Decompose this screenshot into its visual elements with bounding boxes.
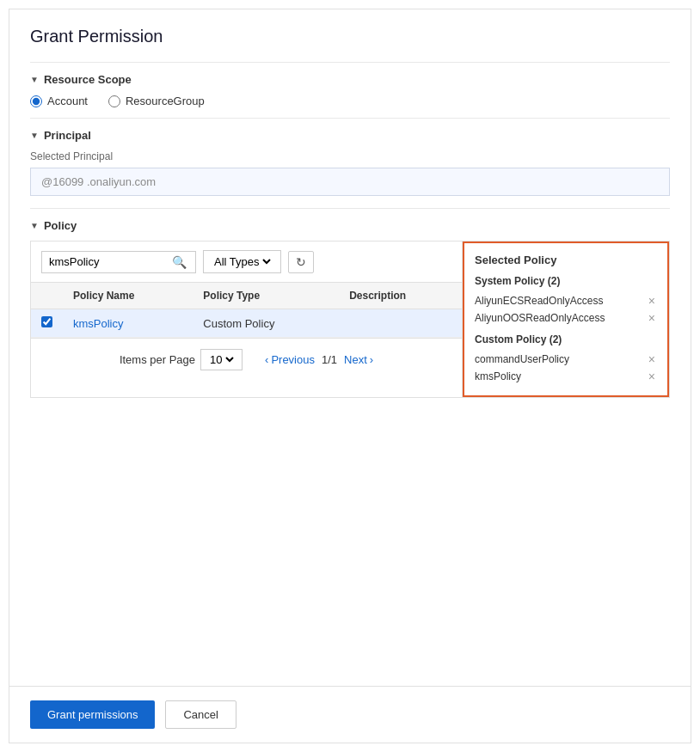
footer-bar: Grant permissions Cancel <box>9 686 691 743</box>
policy-list-panel: 🔍 All Types System Custom ↻ <box>31 241 463 397</box>
pagination-bar: Items per Page 10 20 50 ‹ Previou <box>31 338 462 381</box>
policy-arrow: ▼ <box>30 221 39 230</box>
policy-search-wrapper[interactable]: 🔍 <box>41 251 196 273</box>
items-per-page-label: Items per Page <box>120 353 195 366</box>
custom-policy-name-kms: kmsPolicy <box>475 370 521 382</box>
pagination-previous-button[interactable]: ‹ Previous <box>265 353 315 366</box>
selected-policy-title: Selected Policy <box>475 254 657 266</box>
principal-section: ▼ Principal Selected Principal @16099 .o… <box>30 129 670 196</box>
remove-oos-policy-button[interactable]: × <box>647 312 657 324</box>
selected-policy-item-oos: AliyunOOSReadOnlyAccess × <box>475 309 657 327</box>
radio-resource-group[interactable]: ResourceGroup <box>108 95 205 107</box>
system-policy-name-ecs: AliyunECSReadOnlyAccess <box>475 295 603 307</box>
system-policy-name-oos: AliyunOOSReadOnlyAccess <box>475 312 605 324</box>
selected-policy-panel: Selected Policy System Policy (2) Aliyun… <box>463 241 669 397</box>
per-page-select-wrapper[interactable]: 10 20 50 <box>200 349 243 370</box>
principal-label: Principal <box>44 129 91 142</box>
previous-label: Previous <box>271 353 315 366</box>
system-policy-category: System Policy (2) <box>475 275 657 287</box>
remove-kms-policy-button[interactable]: × <box>647 370 657 382</box>
radio-account-input[interactable] <box>30 95 42 107</box>
policy-layout: 🔍 All Types System Custom ↻ <box>30 241 670 398</box>
policy-type-select[interactable]: All Types System Custom <box>211 254 273 269</box>
pagination-info: 1/1 <box>322 353 337 366</box>
resource-scope-header[interactable]: ▼ Resource Scope <box>30 73 670 86</box>
next-chevron-icon: › <box>370 353 373 366</box>
resource-scope-radio-group: Account ResourceGroup <box>30 95 670 107</box>
custom-policy-category: Custom Policy (2) <box>475 333 657 345</box>
row-checkbox-cell[interactable] <box>31 309 63 338</box>
selected-policy-item-command: commandUserPolicy × <box>475 351 657 368</box>
policy-name-link[interactable]: kmsPolicy <box>73 317 124 330</box>
grant-permission-page: Grant Permission ▼ Resource Scope Accoun… <box>9 9 691 743</box>
selected-policy-item-ecs: AliyunECSReadOnlyAccess × <box>475 292 657 309</box>
next-label: Next <box>344 353 367 366</box>
principal-value: @16099 .onaliyun.com <box>41 175 156 188</box>
radio-account-label: Account <box>47 95 88 107</box>
row-description <box>339 309 462 338</box>
spacer <box>30 398 670 467</box>
pagination-next-button[interactable]: Next › <box>344 353 373 366</box>
resource-scope-arrow: ▼ <box>30 75 39 84</box>
cancel-button[interactable]: Cancel <box>165 700 236 729</box>
grant-permissions-button[interactable]: Grant permissions <box>30 700 155 729</box>
policy-table: Policy Name Policy Type Description kmsP… <box>31 283 462 338</box>
resource-scope-label: Resource Scope <box>44 73 132 86</box>
remove-ecs-policy-button[interactable]: × <box>647 295 657 307</box>
th-policy-type: Policy Type <box>193 283 339 309</box>
principal-arrow: ▼ <box>30 131 39 140</box>
principal-input-box: @16099 .onaliyun.com <box>30 168 670 196</box>
th-description: Description <box>339 283 462 309</box>
selected-principal-label: Selected Principal <box>30 150 670 162</box>
per-page-select[interactable]: 10 20 50 <box>206 352 236 367</box>
row-checkbox[interactable] <box>41 316 52 327</box>
row-policy-type: Custom Policy <box>193 309 339 338</box>
remove-command-policy-button[interactable]: × <box>647 353 657 365</box>
radio-resource-group-label: ResourceGroup <box>126 95 205 107</box>
pagination-nav: ‹ Previous 1/1 Next › <box>265 353 373 366</box>
policy-search-button[interactable]: 🔍 <box>170 255 188 269</box>
custom-policy-name-command: commandUserPolicy <box>475 353 569 365</box>
policy-search-input[interactable] <box>49 255 170 268</box>
policy-refresh-button[interactable]: ↻ <box>288 251 314 273</box>
principal-header[interactable]: ▼ Principal <box>30 129 670 142</box>
policy-section: ▼ Policy 🔍 All Types System Custom <box>30 219 670 398</box>
resource-scope-section: ▼ Resource Scope Account ResourceGroup <box>30 73 670 107</box>
policy-label: Policy <box>44 219 77 232</box>
policy-type-select-wrapper[interactable]: All Types System Custom <box>203 250 281 273</box>
previous-chevron-icon: ‹ <box>265 353 268 366</box>
row-policy-name[interactable]: kmsPolicy <box>63 309 193 338</box>
th-policy-name: Policy Name <box>63 283 193 309</box>
radio-resource-group-input[interactable] <box>108 95 120 107</box>
radio-account[interactable]: Account <box>30 95 88 107</box>
items-per-page: Items per Page 10 20 50 <box>120 349 243 370</box>
policy-toolbar: 🔍 All Types System Custom ↻ <box>31 241 462 283</box>
th-checkbox <box>31 283 63 309</box>
table-header-row: Policy Name Policy Type Description <box>31 283 462 309</box>
policy-header[interactable]: ▼ Policy <box>30 219 670 232</box>
table-row[interactable]: kmsPolicy Custom Policy <box>31 309 462 338</box>
page-title: Grant Permission <box>30 27 670 46</box>
selected-policy-item-kms: kmsPolicy × <box>475 368 657 385</box>
